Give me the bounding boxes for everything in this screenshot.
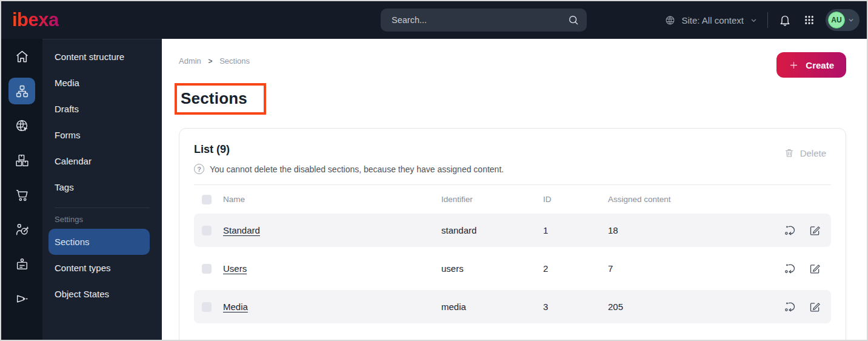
- info-row: ? You cannot delete the disabled section…: [194, 164, 831, 174]
- edit-button[interactable]: [809, 262, 821, 275]
- trash-icon: [784, 147, 795, 158]
- sidebar-item-tags[interactable]: Tags: [42, 174, 162, 200]
- sidebar-item-content-types[interactable]: Content types: [42, 255, 162, 281]
- ibexa-logo[interactable]: ibexa: [12, 9, 59, 31]
- app-grid-button[interactable]: [802, 13, 816, 27]
- products-boxes-icon: [15, 153, 30, 168]
- campaigns-megaphone-icon: [15, 291, 30, 306]
- notifications-button[interactable]: [777, 12, 793, 28]
- create-button-label: Create: [806, 60, 834, 70]
- sidebar-item-object-states[interactable]: Object States: [42, 281, 162, 307]
- rail-item-content[interactable]: [8, 78, 35, 104]
- edit-icon: [809, 224, 821, 237]
- personalization-target-icon: [15, 222, 30, 237]
- list-title: List (9): [194, 143, 831, 156]
- section-assigned-content: 205: [608, 302, 784, 312]
- section-id: 2: [543, 263, 608, 274]
- info-text: You cannot delete the disabled sections,…: [210, 164, 504, 174]
- section-assigned-content: 7: [608, 263, 784, 274]
- menu-divider: [55, 208, 150, 208]
- section-id: 1: [543, 225, 608, 235]
- topbar-divider: [767, 12, 768, 28]
- sidebar-item-calendar[interactable]: Calendar: [42, 148, 162, 174]
- edit-button[interactable]: [809, 224, 821, 237]
- rail-item-site[interactable]: [8, 112, 35, 139]
- breadcrumb: Admin > Sections: [179, 56, 250, 66]
- search-input[interactable]: [390, 15, 567, 25]
- rail-item-dashboard[interactable]: [8, 43, 35, 70]
- content-structure-icon: [15, 84, 30, 99]
- rail-item-personalization[interactable]: [8, 216, 35, 243]
- page-title: Sections: [181, 89, 247, 108]
- section-name-link[interactable]: Users: [223, 263, 247, 274]
- topbar-right-cluster: Site: All context AU: [664, 1, 860, 39]
- breadcrumb-admin[interactable]: Admin: [179, 56, 201, 66]
- rail-item-campaigns[interactable]: [8, 285, 35, 312]
- sidebar-item-forms[interactable]: Forms: [42, 122, 162, 148]
- globe-icon: [664, 15, 676, 26]
- site-context-label: Site: All context: [681, 15, 744, 25]
- edit-icon: [809, 262, 821, 275]
- assign-content-icon: [784, 262, 796, 275]
- search-icon[interactable]: [567, 14, 579, 26]
- row-checkbox[interactable]: [202, 264, 212, 274]
- column-name: Name: [223, 195, 441, 204]
- commerce-cart-icon: [15, 187, 30, 203]
- rail-item-commerce[interactable]: [8, 181, 35, 208]
- customer-badge-icon: [15, 257, 30, 272]
- section-identifier: media: [441, 302, 543, 312]
- breadcrumb-separator: >: [208, 57, 212, 66]
- grid-dots-icon: [803, 14, 815, 26]
- rail-item-customer-portal[interactable]: [8, 251, 35, 277]
- section-id: 3: [543, 302, 608, 312]
- ibexa-admin-screen: ibexa Site: All context: [0, 0, 868, 341]
- assign-content-button[interactable]: [784, 300, 796, 313]
- delete-button[interactable]: Delete: [780, 147, 830, 159]
- bell-icon: [778, 13, 792, 27]
- sidebar-item-drafts[interactable]: Drafts: [42, 96, 162, 122]
- column-id: ID: [543, 195, 608, 204]
- delete-button-label: Delete: [800, 148, 826, 158]
- topbar: ibexa Site: All context: [1, 1, 867, 39]
- settings-group-label: Settings: [42, 211, 162, 229]
- select-all-checkbox[interactable]: [202, 195, 212, 204]
- plus-icon: [789, 60, 799, 70]
- section-identifier: standard: [441, 225, 543, 235]
- table-row: Users users 2 7: [194, 252, 831, 285]
- section-assigned-content: 18: [608, 225, 784, 235]
- main-content: Admin > Sections Create Sections List (9…: [162, 39, 867, 340]
- edit-icon: [809, 300, 821, 313]
- table-row: Standard standard 1 18: [194, 214, 831, 247]
- home-icon: [15, 49, 30, 64]
- breadcrumb-current: Sections: [219, 56, 250, 66]
- sidebar-item-sections[interactable]: Sections: [48, 229, 150, 255]
- assign-content-button[interactable]: [784, 262, 796, 275]
- global-search: [381, 8, 587, 32]
- row-checkbox[interactable]: [202, 302, 212, 312]
- sidebar-item-content-structure[interactable]: Content structure: [42, 44, 162, 70]
- site-context-selector[interactable]: Site: All context: [664, 15, 758, 26]
- assign-content-button[interactable]: [784, 224, 796, 237]
- site-globe-cursor-icon: [15, 118, 30, 133]
- section-name-link[interactable]: Media: [223, 302, 248, 312]
- annotation-highlight-box: Sections: [175, 83, 266, 115]
- assign-content-icon: [784, 224, 796, 237]
- assign-content-icon: [784, 300, 796, 313]
- chevron-down-icon: [749, 16, 758, 25]
- table-row: Media media 3 205: [194, 290, 831, 323]
- avatar: AU: [828, 12, 845, 29]
- column-assigned-content: Assigned content: [608, 195, 784, 204]
- row-checkbox[interactable]: [202, 226, 212, 235]
- sidebar-item-media[interactable]: Media: [42, 70, 162, 96]
- table-header: Name Identifier ID Assigned content: [194, 185, 831, 214]
- create-button[interactable]: Create: [776, 52, 846, 78]
- rail-item-products[interactable]: [8, 147, 35, 174]
- question-circle-icon: ?: [194, 164, 204, 174]
- section-identifier: users: [441, 263, 543, 274]
- column-identifier: Identifier: [441, 195, 543, 204]
- section-name-link[interactable]: Standard: [223, 225, 260, 235]
- icon-rail: [1, 39, 42, 340]
- chevron-down-icon: [847, 16, 855, 24]
- edit-button[interactable]: [809, 300, 821, 313]
- user-menu[interactable]: AU: [826, 9, 860, 31]
